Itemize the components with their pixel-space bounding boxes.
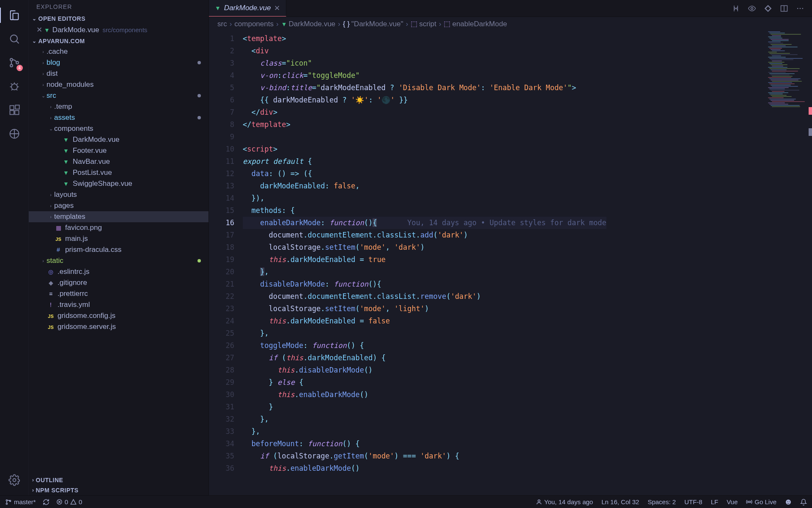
code-line[interactable]: },: [243, 413, 606, 425]
code-line[interactable]: }: [243, 401, 606, 413]
code-line[interactable]: methods: {: [243, 204, 606, 217]
code-line[interactable]: data: () => ({: [243, 168, 606, 180]
code-line[interactable]: this.darkModeEnabled = true: [243, 254, 606, 266]
code-line[interactable]: v-on:click="toggleMode": [243, 69, 606, 82]
search-icon[interactable]: [4, 29, 25, 49]
code-line[interactable]: this.darkModeEnabled = false: [243, 315, 606, 327]
npm-scripts-header[interactable]: › NPM SCRIPTS: [29, 485, 208, 495]
breadcrumbs[interactable]: src›components›▼DarkMode.vue›{ }"DarkMod…: [209, 17, 812, 31]
code-line[interactable]: class="icon": [243, 57, 606, 69]
code-line[interactable]: [243, 131, 606, 143]
code-line[interactable]: beforeMount: function() {: [243, 438, 606, 450]
code-line[interactable]: localStorage.setItem('mode', 'dark'): [243, 241, 606, 254]
go-live[interactable]: Go Live: [746, 498, 776, 505]
remote-icon[interactable]: [4, 124, 25, 144]
outline-header[interactable]: › OUTLINE: [29, 475, 208, 485]
sync-icon[interactable]: [43, 499, 49, 505]
open-editor-item[interactable]: ✕ ▼ DarkMode.vue src/components: [29, 24, 208, 36]
file-item[interactable]: ◆.gitignore: [29, 277, 208, 288]
feedback-icon[interactable]: [785, 498, 792, 505]
code-line[interactable]: </template>: [243, 119, 606, 131]
code-line[interactable]: if (this.darkModeEnabled) {: [243, 352, 606, 364]
project-header[interactable]: ⌄ APVARUN.COM: [29, 36, 208, 46]
code-line[interactable]: </div>: [243, 106, 606, 119]
folder-item[interactable]: ›pages: [29, 200, 208, 211]
more-icon[interactable]: [796, 4, 804, 13]
code-line[interactable]: <div: [243, 45, 606, 57]
code-line[interactable]: localStorage.setItem('mode', 'light'): [243, 303, 606, 315]
folder-item[interactable]: ›static: [29, 255, 208, 266]
breadcrumb-item[interactable]: ⬚script: [411, 19, 436, 28]
code-line[interactable]: toggleMode: function() {: [243, 340, 606, 352]
file-item[interactable]: !.travis.yml: [29, 299, 208, 310]
breadcrumb-item[interactable]: components: [234, 20, 274, 28]
code-line[interactable]: export default {: [243, 155, 606, 168]
file-item[interactable]: ▼NavBar.vue: [29, 156, 208, 167]
folder-item[interactable]: ⌄components: [29, 123, 208, 134]
code-area[interactable]: <template> <div class="icon" v-on:click=…: [243, 31, 606, 495]
file-item[interactable]: ▼Footer.vue: [29, 145, 208, 156]
code-line[interactable]: this.disableDarkMode(): [243, 364, 606, 376]
close-icon[interactable]: ✕: [36, 25, 44, 34]
gitlens-blame[interactable]: You, 14 days ago: [536, 498, 593, 505]
file-item[interactable]: ▼DarkMode.vue: [29, 134, 208, 145]
folder-item[interactable]: ›dist: [29, 68, 208, 79]
bell-icon[interactable]: [800, 498, 807, 505]
git-branch[interactable]: master*: [5, 498, 36, 505]
code-line[interactable]: <template>: [243, 33, 606, 45]
code-line[interactable]: v-bind:title="darkModeEnabled ? 'Disable…: [243, 82, 606, 94]
indentation[interactable]: Spaces: 2: [647, 498, 676, 505]
source-control-icon[interactable]: 4: [4, 52, 25, 73]
folder-item[interactable]: ›node_modules: [29, 79, 208, 90]
open-editors-header[interactable]: ⌄ OPEN EDITORS: [29, 14, 208, 24]
file-item[interactable]: JSgridsome.server.js: [29, 321, 208, 332]
folder-item[interactable]: ›templates: [29, 211, 208, 222]
breadcrumb-item[interactable]: ▼DarkMode.vue: [281, 20, 335, 28]
eol[interactable]: LF: [711, 498, 719, 505]
close-icon[interactable]: ✕: [274, 4, 280, 13]
preview-icon[interactable]: [748, 4, 756, 13]
folder-item[interactable]: ⌄src: [29, 90, 208, 101]
code-line[interactable]: if (localStorage.getItem('mode') === 'da…: [243, 450, 606, 462]
file-item[interactable]: JSgridsome.config.js: [29, 310, 208, 321]
file-item[interactable]: JSmain.js: [29, 233, 208, 244]
code-line[interactable]: {{ darkModeEnabled ? '☀️': '🌑' }}: [243, 94, 606, 106]
folder-item[interactable]: ›blog: [29, 57, 208, 68]
breadcrumb-item[interactable]: { }"DarkMode.vue": [343, 20, 403, 28]
folder-item[interactable]: ›.cache: [29, 46, 208, 57]
folder-item[interactable]: ›assets: [29, 112, 208, 123]
settings-gear-icon[interactable]: [4, 470, 25, 490]
breadcrumb-item[interactable]: src: [217, 20, 227, 28]
code-line[interactable]: this.enableDarkMode(): [243, 462, 606, 475]
code-line[interactable]: },: [243, 425, 606, 438]
breadcrumb-item[interactable]: ⬚enableDarkMode: [444, 19, 507, 28]
code-line[interactable]: document.documentElement.classList.remov…: [243, 290, 606, 303]
code-line[interactable]: },: [243, 327, 606, 340]
debug-icon[interactable]: [4, 76, 25, 97]
file-item[interactable]: ▼PostList.vue: [29, 167, 208, 178]
tab-darkmode[interactable]: ▼ DarkMode.vue ✕: [209, 0, 286, 17]
code-line[interactable]: <script>: [243, 143, 606, 155]
folder-item[interactable]: ›.temp: [29, 101, 208, 112]
code-line[interactable]: this.enableDarkMode(): [243, 389, 606, 401]
problems[interactable]: 0 0: [56, 498, 82, 505]
code-line[interactable]: disableDarkMode: function(){: [243, 278, 606, 290]
code-line[interactable]: },: [243, 266, 606, 278]
code-line[interactable]: document.documentElement.classList.add('…: [243, 229, 606, 241]
file-item[interactable]: ▼SwiggleShape.vue: [29, 178, 208, 189]
file-item[interactable]: #prism-dracula.css: [29, 244, 208, 255]
code-line[interactable]: }),: [243, 192, 606, 204]
file-item[interactable]: ≡.prettierrc: [29, 288, 208, 299]
file-item[interactable]: ▦favicon.png: [29, 222, 208, 233]
code-line[interactable]: enableDarkMode: function(){ You, 14 days…: [243, 217, 606, 229]
compare-icon[interactable]: [732, 4, 740, 13]
minimap[interactable]: [765, 31, 812, 133]
code-line[interactable]: darkModeEnabled: false,: [243, 180, 606, 192]
editor-body[interactable]: 1234567891011121314151617181920212223242…: [209, 31, 812, 495]
language-mode[interactable]: Vue: [727, 498, 738, 505]
code-line[interactable]: } else {: [243, 376, 606, 389]
explorer-icon[interactable]: [4, 5, 25, 25]
encoding[interactable]: UTF-8: [684, 498, 702, 505]
extensions-icon[interactable]: [4, 100, 25, 120]
cursor-position[interactable]: Ln 16, Col 32: [601, 498, 639, 505]
